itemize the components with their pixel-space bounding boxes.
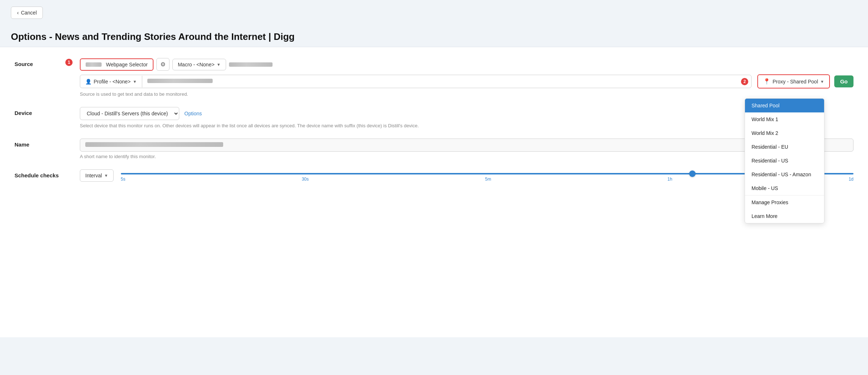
dropdown-item-learn-more-label: Learn More <box>752 213 778 219</box>
gear-icon: ⚙ <box>160 61 165 67</box>
profile-dropdown-arrow-icon: ▼ <box>133 79 137 84</box>
device-options-link[interactable]: Options <box>184 111 202 116</box>
device-hint: Select device that this monitor runs on.… <box>80 123 853 128</box>
dropdown-item-residential-eu[interactable]: Residential - EU <box>745 140 824 154</box>
dropdown-item-learn-more[interactable]: Learn More <box>745 209 824 223</box>
badge-1: 1 <box>65 59 73 66</box>
blurred-extra <box>229 62 273 67</box>
tick-1d: 1d <box>849 177 853 182</box>
source-row: Source 1 Webpage Selector ⚙ Macro - <Non… <box>15 58 853 97</box>
tick-1h: 1h <box>667 177 672 182</box>
interval-dropdown-arrow-icon: ▼ <box>104 173 108 178</box>
dropdown-item-manage-proxies-label: Manage Proxies <box>752 199 788 205</box>
tick-5s: 5s <box>121 177 126 182</box>
url-blurred <box>147 79 213 83</box>
name-blurred-value <box>85 142 223 147</box>
dropdown-item-shared-pool[interactable]: Shared Pool <box>745 99 824 112</box>
macro-label: Macro - <None> <box>178 62 214 67</box>
back-arrow-icon: ‹ <box>17 10 19 16</box>
dropdown-item-residential-us-label: Residential - US <box>752 158 788 164</box>
person-icon: 👤 <box>85 79 91 85</box>
dropdown-item-residential-us-amazon[interactable]: Residential - US - Amazon <box>745 168 824 181</box>
macro-dropdown-arrow-icon: ▼ <box>217 62 221 67</box>
profile-label: Profile - <None> <box>94 79 131 85</box>
source-input-row: 👤 Profile - <None> ▼ 2 <box>80 75 752 88</box>
proxy-dropdown-arrow-icon: ▼ <box>820 79 824 84</box>
webpage-selector-label: Webpage Selector <box>106 62 148 67</box>
dropdown-item-residential-us[interactable]: Residential - US <box>745 154 824 168</box>
name-hint: A short name to identify this monitor. <box>80 154 853 159</box>
selector-blurred-icon <box>86 62 102 67</box>
source-top-row: Webpage Selector ⚙ Macro - <None> ▼ <box>80 58 853 71</box>
proxy-dropdown-menu: Shared Pool World Mix 1 World Mix 2 Resi… <box>745 98 824 223</box>
slider-tick-labels: 5s 30s 5m 1h 1d <box>121 177 853 182</box>
dropdown-item-shared-pool-label: Shared Pool <box>752 103 779 108</box>
interval-label: Interval <box>85 173 102 178</box>
name-content: A short name to identify this monitor. <box>80 139 853 159</box>
schedule-checks-row: Schedule checks Interval ▼ 5s 30s 5m 1h <box>15 169 853 182</box>
device-controls: Cloud - Distill's Servers (this device) … <box>80 107 853 120</box>
tick-5m: 5m <box>485 177 491 182</box>
device-content: Cloud - Distill's Servers (this device) … <box>80 107 853 128</box>
dropdown-item-manage-proxies[interactable]: Manage Proxies ➜ <box>745 195 824 209</box>
dropdown-item-mobile-us[interactable]: Mobile - US <box>745 181 824 195</box>
schedule-checks-label: Schedule checks <box>15 169 80 178</box>
dropdown-item-mobile-us-label: Mobile - US <box>752 185 778 191</box>
tick-30s: 30s <box>302 177 308 182</box>
profile-button[interactable]: 👤 Profile - <None> ▼ <box>80 76 142 87</box>
location-pin-icon: 📍 <box>763 78 770 85</box>
name-label: Name <box>15 139 80 148</box>
url-input[interactable] <box>142 75 741 88</box>
slider-container: 5s 30s 5m 1h 1d <box>121 169 853 182</box>
go-button[interactable]: Go <box>834 75 853 87</box>
source-content: Webpage Selector ⚙ Macro - <None> ▼ 👤 Pr… <box>80 58 853 97</box>
name-row: Name A short name to identify this monit… <box>15 139 853 159</box>
cancel-label: Cancel <box>21 10 37 16</box>
interval-button[interactable]: Interval ▼ <box>80 169 114 182</box>
device-label: Device <box>15 107 80 116</box>
badge-2: 2 <box>741 78 748 85</box>
webpage-selector-button[interactable]: Webpage Selector <box>80 58 153 71</box>
gear-button[interactable]: ⚙ <box>156 58 169 71</box>
page-title: Options - News and Trending Stories Arou… <box>0 25 868 47</box>
dropdown-item-world-mix-1[interactable]: World Mix 1 <box>745 112 824 126</box>
proxy-label: Proxy - Shared Pool <box>773 79 818 85</box>
device-select[interactable]: Cloud - Distill's Servers (this device) <box>80 107 179 120</box>
source-bottom-row: 👤 Profile - <None> ▼ 2 📍 Proxy - Shared … <box>80 74 853 88</box>
dropdown-item-world-mix-2-label: World Mix 2 <box>752 130 778 136</box>
dropdown-item-residential-eu-label: Residential - EU <box>752 144 788 150</box>
slider-track[interactable] <box>121 173 853 174</box>
macro-button[interactable]: Macro - <None> ▼ <box>172 59 226 70</box>
main-content: Source 1 Webpage Selector ⚙ Macro - <Non… <box>0 47 868 337</box>
proxy-button[interactable]: 📍 Proxy - Shared Pool ▼ <box>757 74 830 88</box>
source-hint: Source is used to get text and data to b… <box>80 91 853 97</box>
dropdown-item-residential-us-amazon-label: Residential - US - Amazon <box>752 172 811 177</box>
schedule-checks-content: Interval ▼ 5s 30s 5m 1h 1d <box>80 169 853 182</box>
slider-thumb[interactable] <box>689 170 696 177</box>
device-row: Device Cloud - Distill's Servers (this d… <box>15 107 853 128</box>
cancel-button[interactable]: ‹ Cancel <box>11 7 43 19</box>
dropdown-item-world-mix-2[interactable]: World Mix 2 <box>745 126 824 140</box>
dropdown-item-world-mix-1-label: World Mix 1 <box>752 116 778 122</box>
schedule-controls: Interval ▼ 5s 30s 5m 1h 1d <box>80 169 853 182</box>
top-bar: ‹ Cancel Options - News and Trending Sto… <box>0 0 868 47</box>
